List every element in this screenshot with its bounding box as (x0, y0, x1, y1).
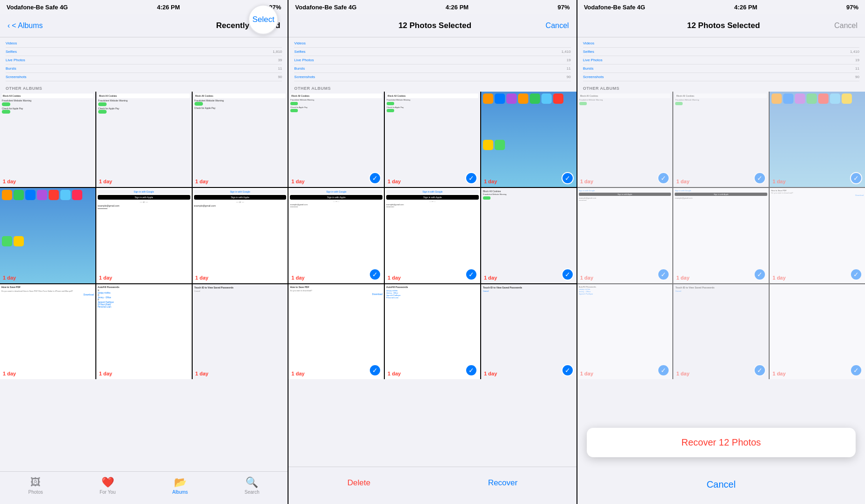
recover-12-photos-title[interactable]: Recover 12 Photos (681, 437, 761, 447)
delete-button[interactable]: Delete (338, 475, 380, 490)
sidebar-item-livephotos-3: Live Photos 19 (583, 56, 859, 65)
tab-foryou-label: For You (100, 490, 115, 495)
label-2-6: 1 day (484, 275, 497, 281)
cancel-large-button[interactable]: Cancel (706, 479, 735, 490)
label-3-4: 1 day (580, 275, 593, 281)
photo-label-1-3: 1 day (195, 179, 209, 184)
photo-cell-2-6[interactable]: Block All Cookies Fraudulent Website War… (481, 188, 577, 283)
status-bar-1: Vodafone-Be Safe 4G 4:26 PM 97% (0, 0, 288, 14)
photo-label-1-2: 1 day (99, 179, 112, 184)
chevron-left-icon: ‹ (7, 22, 10, 30)
check-2-3: ✓ (562, 172, 574, 184)
photo-cell-2-5[interactable]: Sign in with Google Sign in with Apple —… (385, 188, 480, 283)
time-2: 4:26 PM (446, 4, 469, 11)
sidebar-list-2: Videos Selfies 1,410 Live Photos 19 Burs… (288, 37, 576, 83)
check-2-1: ✓ (369, 172, 381, 184)
check-3-6: ✓ (850, 268, 862, 281)
photo-cell-2-2[interactable]: Block All Cookies Fraudulent Website War… (385, 92, 480, 187)
sidebar-item-livephotos[interactable]: Live Photos 39 (6, 56, 282, 65)
label-2-7: 1 day (291, 371, 304, 376)
check-2-4: ✓ (369, 268, 381, 281)
photo-grid-3: Block All Cookies Fraudulent Website War… (577, 92, 865, 379)
label-3-7: 1 day (580, 371, 593, 376)
label-3-9: 1 day (772, 371, 786, 376)
sidebar-item-screenshots[interactable]: Screenshots 90 (6, 73, 282, 81)
carrier-1: Vodafone-Be Safe 4G (7, 4, 68, 11)
photo-cell-1-9[interactable]: Touch ID to View Saved Passwords Cancel … (193, 284, 288, 380)
sidebar-item-livephotos-2: Live Photos 19 (294, 56, 570, 65)
photo-cell-1-4[interactable]: 1 day (0, 188, 95, 283)
photo-cell-3-5: Sign in with Google Sign in with Apple e… (673, 188, 769, 283)
other-albums-label: Other Albums (0, 83, 288, 92)
photo-cell-2-9[interactable]: Touch ID to View Saved Passwords Cancel … (481, 284, 577, 380)
tab-foryou[interactable]: ❤️ For You (100, 476, 115, 495)
sidebar-item-screenshots-2: Screenshots 90 (294, 73, 570, 81)
sidebar-item-screenshots-3: Screenshots 90 (583, 73, 859, 81)
carrier-2: Vodafone-Be Safe 4G (295, 4, 356, 11)
photo-cell-1-7[interactable]: How to Save PDF Do you want to download … (0, 284, 95, 380)
tab-photos[interactable]: 🖼 Photos (29, 476, 43, 495)
nav-title-2: 12 Photos Selected (398, 21, 471, 30)
sidebar-item-bursts[interactable]: Bursts 11 (6, 65, 282, 73)
tab-bar-1: 🖼 Photos ❤️ For You 📂 Albums 🔍 Search (0, 471, 288, 504)
nav-bar-2: 12 Photos Selected Cancel (288, 14, 576, 37)
carrier-3: Vodafone-Be Safe 4G (584, 4, 645, 11)
check-2-2: ✓ (465, 172, 477, 184)
label-3-1: 1 day (580, 179, 593, 184)
label-2-9: 1 day (484, 371, 497, 376)
sidebar-item-selfies-2: Selfies 1,410 (294, 48, 570, 56)
tab-albums[interactable]: 📂 Albums (173, 476, 188, 495)
tab-search[interactable]: 🔍 Search (245, 476, 260, 495)
photo-label-1-9: 1 day (195, 371, 209, 376)
check-3-3: ✓ (850, 172, 862, 184)
albums-label[interactable]: < Albums (12, 22, 43, 30)
nav-bar-1: ‹ < Albums Recently Deleted Select (0, 14, 288, 37)
foryou-icon: ❤️ (101, 476, 114, 489)
sidebar-item-videos[interactable]: Videos (6, 39, 282, 48)
sidebar-item-videos-2: Videos (294, 39, 570, 48)
select-button-1[interactable]: Select (248, 5, 278, 35)
photo-cell-1-3[interactable]: Block All Cookies Fraudulent Website War… (193, 92, 288, 187)
label-2-5: 1 day (388, 275, 401, 281)
battery-2: 97% (558, 4, 570, 11)
photo-cell-2-4[interactable]: Sign in with Google Sign in with Apple —… (288, 188, 384, 283)
photo-cell-1-5[interactable]: Sign in with Google Sign in with Apple —… (96, 188, 192, 283)
sidebar-partial-3: Videos Selfies 1,410 Live Photos 19 Burs… (577, 37, 865, 92)
photo-cell-2-8[interactable]: AutoFill Passwords sanjay nishita Jimmy … (385, 284, 480, 380)
tab-search-label: Search (245, 490, 260, 495)
recover-button[interactable]: Recover (479, 475, 527, 490)
bottom-toolbar-2: Delete Recover (288, 467, 576, 504)
sidebar-partial-2: Videos Selfies 1,410 Live Photos 19 Burs… (288, 37, 576, 92)
panel-3: Vodafone-Be Safe 4G 4:26 PM 97% 12 Photo… (577, 0, 865, 504)
photo-label-1-4: 1 day (3, 275, 16, 281)
check-2-9: ✓ (562, 364, 574, 376)
photo-cell-1-6[interactable]: Sign in with Google Sign in with Apple —… (193, 188, 288, 283)
nav-back-1[interactable]: ‹ < Albums (7, 22, 43, 30)
sidebar-item-bursts-2: Bursts 11 (294, 65, 570, 73)
label-3-3: 1 day (772, 179, 786, 184)
check-3-9: ✓ (850, 364, 862, 376)
photo-cell-1-2[interactable]: Block All Cookies Fraudulent Website War… (96, 92, 192, 187)
sidebar-item-selfies[interactable]: Selfies 1,810 (6, 48, 282, 56)
tab-photos-label: Photos (29, 490, 43, 495)
photo-label-1-7: 1 day (3, 371, 16, 376)
search-icon: 🔍 (245, 476, 258, 489)
photo-grid-2: Block All Cookies Fraudulent Website War… (288, 92, 576, 379)
check-3-5: ✓ (754, 268, 766, 281)
photo-cell-3-7: AutoFill Passwords sanjay nishita Jimmy … (577, 284, 673, 380)
photo-cell-2-7[interactable]: How to Save PDF Do you want to download?… (288, 284, 384, 380)
sidebar-list-3: Videos Selfies 1,410 Live Photos 19 Burs… (577, 37, 865, 83)
photo-cell-2-3[interactable]: 1 day ✓ (481, 92, 577, 187)
check-2-6: ✓ (562, 268, 574, 281)
cancel-button-3[interactable]: Cancel (834, 22, 858, 30)
nav-title-3: 12 Photos Selected (687, 21, 760, 30)
photo-cell-1-1[interactable]: Block All Cookies Fraudulent Website War… (0, 92, 95, 187)
cancel-button-2[interactable]: Cancel (546, 22, 569, 30)
photo-cell-2-1[interactable]: Block All Cookies Fraudulent Website War… (288, 92, 384, 187)
label-3-8: 1 day (676, 371, 689, 376)
label-2-3: 1 day (484, 179, 497, 184)
photo-grid-1: Block All Cookies Fraudulent Website War… (0, 92, 288, 379)
photo-cell-3-1: Block All Cookies Fraudulent Website War… (577, 92, 673, 187)
photo-cell-1-8[interactable]: AutoFill Passwords N sanjay nishita O Ji… (96, 284, 192, 380)
label-3-5: 1 day (676, 275, 689, 281)
